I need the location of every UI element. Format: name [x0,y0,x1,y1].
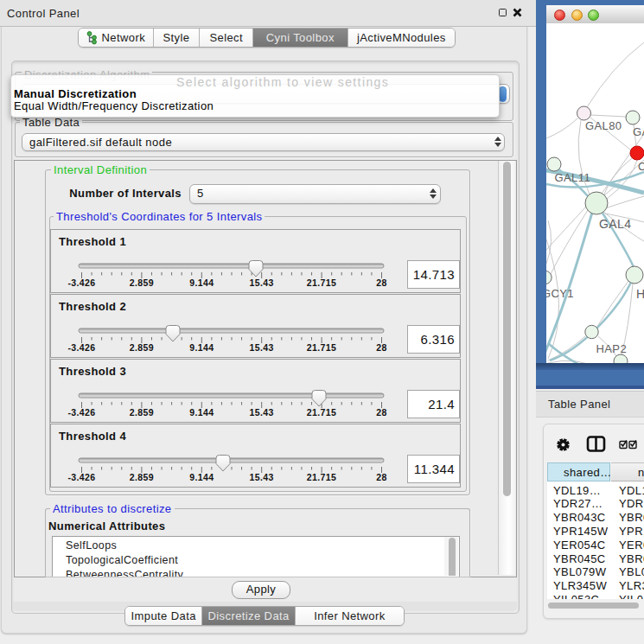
svg-text:GAL80: GAL80 [585,119,622,132]
svg-text:21.715: 21.715 [307,407,337,418]
svg-text:-3.426: -3.426 [67,472,95,482]
svg-text:2.859: 2.859 [130,277,154,288]
svg-text:GA: GA [633,125,644,138]
svg-text:28: 28 [376,342,386,353]
svg-text:9.144: 9.144 [189,342,214,353]
svg-text:GAL11: GAL11 [555,171,591,184]
svg-text:28: 28 [376,277,386,288]
svg-text:21.715: 21.715 [307,342,337,353]
svg-text:28: 28 [376,407,386,418]
svg-text:-3.426: -3.426 [67,407,95,418]
svg-text:-3.426: -3.426 [67,277,95,288]
svg-text:HAP2: HAP2 [596,342,628,355]
svg-text:9.144: 9.144 [189,472,214,482]
svg-text:15.43: 15.43 [250,277,274,288]
svg-text:H: H [636,287,644,301]
svg-text:15.43: 15.43 [250,472,274,482]
svg-text:15.43: 15.43 [250,407,274,418]
svg-text:28: 28 [376,472,386,482]
svg-text:GCY1: GCY1 [546,287,574,300]
svg-text:21.715: 21.715 [307,277,337,288]
svg-text:2.859: 2.859 [130,407,154,418]
svg-text:9.144: 9.144 [189,407,214,418]
svg-text:15.43: 15.43 [250,342,274,353]
svg-text:9.144: 9.144 [189,277,214,288]
svg-text:C: C [638,160,644,173]
svg-text:2.859: 2.859 [130,342,154,353]
svg-text:21.715: 21.715 [307,472,337,482]
svg-text:2.859: 2.859 [130,472,154,482]
svg-text:-3.426: -3.426 [67,342,95,353]
svg-text:GAL4: GAL4 [599,217,631,231]
